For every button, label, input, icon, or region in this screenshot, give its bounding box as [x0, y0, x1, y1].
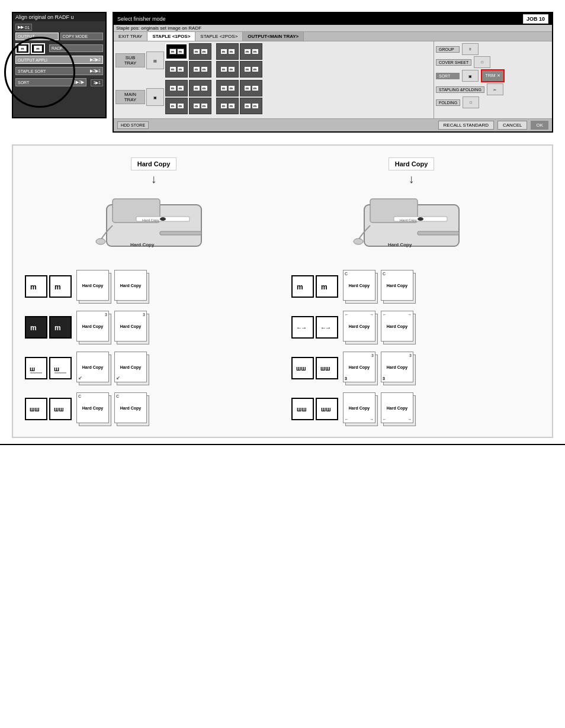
right-panel: Select finisher mode JOB 10 Staple pos: … — [113, 12, 553, 133]
staple-cell-s2[interactable]: m m — [189, 43, 211, 60]
staple-main-t1[interactable]: m m — [216, 80, 239, 96]
paper-label-1a: Hard Copy — [82, 284, 103, 288]
staple-cell-t1[interactable]: m m — [216, 43, 239, 60]
tab-staple-1pos[interactable]: STAPLE <1POS> — [147, 32, 195, 41]
printer-row: Hard Copy ↓ Hard Copy Hard Copy — [25, 157, 540, 252]
staple-cell-t2[interactable]: m m — [240, 43, 262, 60]
svg-text:ш: ш — [54, 365, 59, 372]
paper-1a: Hard Copy — [76, 270, 111, 302]
mode-icons-2: m m — [25, 316, 72, 339]
staple-cell-s3[interactable]: m m — [165, 61, 188, 78]
recall-standard-btn[interactable]: RECALL STANDARD — [438, 121, 494, 130]
tri-icon-t2: m m — [244, 49, 259, 54]
output-btn[interactable]: OUTPUT — [15, 33, 59, 40]
right-modes-column: m m Hard Copy C — [291, 270, 540, 425]
group-btn[interactable]: GROUP — [436, 46, 460, 53]
staple-2pos-main-grid: m m m m m — [216, 80, 262, 114]
paper-r1a: Hard Copy C — [343, 270, 377, 302]
tri-icon-m4: m m — [193, 103, 208, 109]
staple-main-3[interactable]: m m — [165, 98, 188, 114]
mode-icons-4: шш шш — [25, 398, 72, 420]
ok-btn[interactable]: OK — [531, 121, 548, 130]
sort-btn[interactable]: SORT 1▶2▶ — [15, 78, 86, 86]
mode-papers-r2: Hard Copy ←→ Hard Copy ←→ — [343, 311, 415, 343]
radf-label: RADF — [49, 44, 103, 52]
left-arrow-down: ↓ — [151, 173, 157, 185]
staple-main-4[interactable]: m m — [189, 98, 211, 114]
staple-1pos-main-grid: m m m m m — [165, 80, 211, 114]
output-appli-label: OUTPUT APPLI — [18, 58, 47, 62]
mode-row-1: m m Hard Copy — [25, 270, 274, 302]
stapling-folding-btn[interactable]: STAPLING &FOLDING — [436, 86, 484, 93]
hdd-store-btn[interactable]: HDD STORE — [117, 121, 149, 129]
svg-rect-12 — [418, 231, 459, 235]
svg-point-13 — [418, 217, 423, 221]
cover-sheet-btn[interactable]: COVER SHEET — [436, 59, 471, 66]
svg-point-15 — [354, 239, 363, 244]
staple-main-2[interactable]: m m — [189, 80, 211, 96]
mode-row-r2: ← → ← → Hard Copy — [291, 311, 540, 343]
cover-sheet-icon: □ — [474, 56, 490, 68]
left-modes-column: m m Hard Copy — [25, 270, 274, 425]
mode-svg-4a: шш — [29, 403, 43, 415]
finisher-left-content: SUBTRAY ▤ m m m — [114, 41, 434, 118]
main-tray-icon: ▣ — [146, 88, 164, 106]
tab-staple-2pos[interactable]: STAPLE <2POS> — [195, 32, 243, 41]
mode-svg-3a: ш — [29, 362, 43, 374]
paper-front-4a: Hard Copy C — [76, 392, 109, 423]
mode-row-r4: шш шш Hard Copy — [291, 392, 540, 425]
paper-label-r4a: Hard Copy — [349, 406, 370, 410]
svg-text:m: m — [30, 283, 37, 291]
tab-exit-tray[interactable]: EXIT TRAY — [114, 32, 147, 41]
paper-label-2a: Hard Copy — [82, 324, 103, 328]
sort-opt-btn[interactable]: SORT — [436, 73, 460, 79]
output-appli-btn[interactable]: OUTPUT APPLI ▶2▶2 — [15, 56, 103, 64]
right-printer-svg: Hard Copy Hard Copy — [352, 187, 471, 252]
top-section: Align original on RADF u ▶▶ 01 OUTPUT CO… — [0, 0, 565, 138]
sub-tray-icon: ▤ — [146, 51, 164, 69]
svg-text:шш: шш — [30, 406, 40, 413]
svg-text:m: m — [30, 324, 37, 332]
staple-main-t2[interactable]: m m — [240, 80, 262, 96]
bottom-divider — [0, 444, 565, 445]
group-row: GROUP ≡ — [436, 43, 550, 55]
paper-front-r1a: Hard Copy C — [343, 270, 375, 301]
copy-mode-label: COPY MODE — [63, 34, 88, 38]
staple-cell-s4[interactable]: m m — [189, 61, 211, 78]
trim-btn[interactable]: TRIM ✕ — [481, 69, 505, 82]
mode-icon-1a: m — [25, 275, 47, 298]
paper-r4a: Hard Copy ←→ — [343, 392, 377, 425]
mode-icon-3a: ш — [25, 357, 47, 379]
paper-label-r2b: Hard Copy — [387, 324, 407, 328]
staple-cell-t3[interactable]: m m — [216, 61, 239, 78]
staple-cell-t4[interactable]: m m — [240, 61, 262, 78]
staple-main-t4[interactable]: m m — [240, 98, 262, 114]
tri-icon-m3: m m — [169, 103, 184, 109]
staple-main-t3[interactable]: m m — [216, 98, 239, 114]
mode-icons-r3: шш шш — [291, 357, 338, 379]
tri-icon-mt1: m m — [220, 85, 235, 91]
stapling-folding-row: STAPLING &FOLDING ✂ — [436, 83, 550, 95]
mode-svg-r2a: ← → — [296, 321, 310, 333]
paper-label-3a: Hard Copy — [82, 365, 103, 369]
paper-1b: Hard Copy — [114, 270, 149, 302]
paper-r4b: Hard Copy ←→ — [381, 392, 415, 425]
copy-icon-m1: m — [18, 46, 27, 51]
tab-output-main[interactable]: OUTPUT<MAIN TRAY> — [243, 32, 304, 41]
folding-btn[interactable]: FOLDING — [436, 99, 460, 106]
paper-front-r3b: Hard Copy 3 3 — [381, 352, 413, 382]
staple-cell-s1[interactable]: m m — [165, 43, 188, 60]
svg-text:шш: шш — [297, 406, 307, 413]
right-printer-group: Hard Copy ↓ Hard Copy Hard Copy — [352, 157, 471, 252]
cancel-btn[interactable]: CANCEL — [497, 121, 527, 130]
staple-sort-btn[interactable]: STAPLE SORT ▶2▶1 — [15, 67, 103, 75]
paper-r2b: Hard Copy ←→ — [381, 311, 415, 343]
paper-label-r3a: Hard Copy — [349, 365, 370, 369]
icon-cell-2: m — [31, 43, 45, 54]
arrow-indicators-r4a: ←→ — [345, 417, 374, 421]
mode-svg-r4b: шш — [320, 403, 334, 415]
finisher-subtitle: Staple pos: originals set image on RADF — [114, 25, 552, 32]
staple-main-1[interactable]: m m — [165, 80, 188, 96]
mode-row-r3: шш шш Hard Copy 3 — [291, 352, 540, 384]
copy-mode-btn[interactable]: COPY MODE — [60, 33, 104, 40]
